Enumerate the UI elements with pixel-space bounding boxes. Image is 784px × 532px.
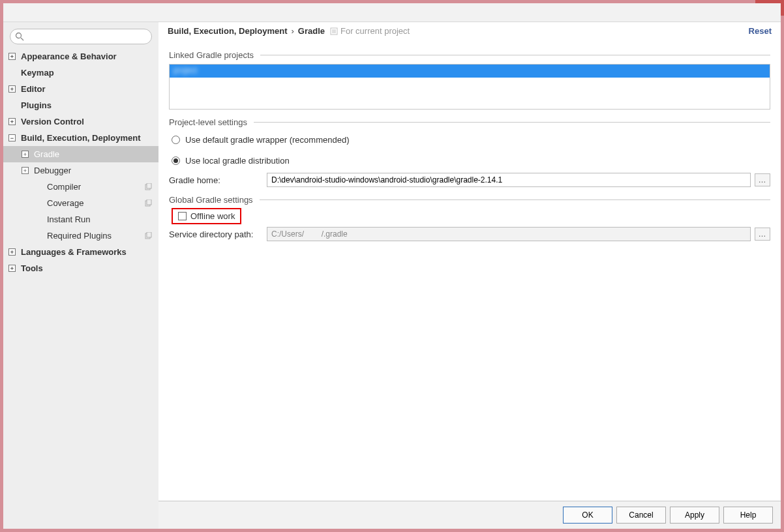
collapse-icon[interactable]: − xyxy=(8,134,16,141)
linked-projects-list[interactable]: project xyxy=(169,64,770,110)
settings-window: Settings +Appe xyxy=(0,0,784,532)
spacer xyxy=(35,216,42,223)
use-default-wrapper-radio[interactable]: Use default gradle wrapper (recommended) xyxy=(172,131,770,148)
settings-main: Build, Execution, Deployment › Gradle Fo… xyxy=(158,22,781,529)
tree-item-label: Tools xyxy=(21,263,158,273)
expand-icon[interactable]: + xyxy=(8,118,16,125)
tree-item-editor[interactable]: +Editor xyxy=(3,81,158,97)
project-level-label: Project-level settings xyxy=(169,117,247,127)
gradle-home-input[interactable] xyxy=(267,173,751,187)
scope-hint: For current project xyxy=(340,26,410,36)
expand-icon[interactable]: + xyxy=(8,265,16,272)
tree-item-instant-run[interactable]: Instant Run xyxy=(3,211,158,228)
help-button[interactable]: Help xyxy=(723,507,773,524)
browse-button[interactable]: … xyxy=(755,173,770,186)
svg-rect-4 xyxy=(147,183,151,188)
breadcrumb-current: Gradle xyxy=(298,26,325,36)
browse-button[interactable]: … xyxy=(755,228,770,241)
gradle-home-label: Gradle home: xyxy=(169,175,267,185)
project-scope-icon xyxy=(144,200,152,207)
service-dir-input[interactable] xyxy=(267,227,751,241)
expand-icon[interactable]: + xyxy=(8,248,16,256)
chevron-right-icon: › xyxy=(291,26,294,36)
tree-item-label: Gradle xyxy=(34,149,158,159)
svg-rect-6 xyxy=(147,200,151,205)
offline-work-label: Offline work xyxy=(190,211,235,221)
tree-item-coverage[interactable]: Coverage xyxy=(3,195,158,211)
tree-item-compiler[interactable]: Compiler xyxy=(3,179,158,195)
spacer xyxy=(8,102,16,109)
svg-point-2 xyxy=(16,33,22,38)
use-local-dist-radio[interactable]: Use local gradle distribution xyxy=(172,152,770,169)
breadcrumb-parent[interactable]: Build, Execution, Deployment xyxy=(168,26,287,36)
breadcrumb: Build, Execution, Deployment › Gradle Fo… xyxy=(158,22,781,38)
radio-icon xyxy=(172,156,180,165)
tree-item-label: Appearance & Behavior xyxy=(21,52,158,61)
tree-item-appearance-behavior[interactable]: +Appearance & Behavior xyxy=(3,48,158,65)
tree-item-label: Compiler xyxy=(47,182,144,192)
tree-item-keymap[interactable]: Keymap xyxy=(3,65,158,81)
apply-button[interactable]: Apply xyxy=(670,507,719,524)
project-scope-icon xyxy=(144,183,152,191)
tree-item-label: Instant Run xyxy=(47,214,158,224)
svg-rect-8 xyxy=(147,232,151,237)
expand-icon[interactable]: + xyxy=(8,53,16,60)
expand-icon[interactable]: + xyxy=(22,151,29,158)
offline-work-checkbox[interactable] xyxy=(178,212,187,220)
linked-project-item[interactable]: project xyxy=(170,65,770,78)
offline-work-highlight: Offline work xyxy=(172,208,241,224)
spacer xyxy=(35,200,42,207)
tree-item-languages-frameworks[interactable]: +Languages & Frameworks xyxy=(3,244,158,260)
search-icon xyxy=(15,32,24,41)
global-settings-label: Global Gradle settings xyxy=(169,195,253,205)
tree-item-version-control[interactable]: +Version Control xyxy=(3,113,158,130)
tree-item-label: Languages & Frameworks xyxy=(21,247,158,257)
spacer xyxy=(35,183,42,190)
tree-item-label: Coverage xyxy=(47,198,144,208)
tree-item-label: Required Plugins xyxy=(47,231,144,241)
settings-tree: +Appearance & BehaviorKeymap+EditorPlugi… xyxy=(3,22,158,529)
tree-item-required-plugins[interactable]: Required Plugins xyxy=(3,228,158,244)
project-scope-icon xyxy=(144,232,152,240)
tree-item-debugger[interactable]: +Debugger xyxy=(3,162,158,179)
radio-label: Use local gradle distribution xyxy=(185,156,290,166)
cancel-button[interactable]: Cancel xyxy=(616,507,666,524)
linked-projects-label: Linked Gradle projects xyxy=(169,50,254,60)
tree-item-label: Build, Execution, Deployment xyxy=(21,133,158,143)
tree-item-label: Editor xyxy=(21,84,158,94)
tree-item-label: Keymap xyxy=(21,68,158,78)
dialog-footer: OK Cancel Apply Help xyxy=(158,501,781,529)
search-input[interactable] xyxy=(10,29,152,44)
tree-item-label: Version Control xyxy=(21,117,158,126)
tree-item-gradle[interactable]: +Gradle xyxy=(3,146,158,162)
tree-item-build-execution-deployment[interactable]: −Build, Execution, Deployment xyxy=(3,130,158,146)
service-dir-label: Service directory path: xyxy=(169,229,267,239)
tree-item-tools[interactable]: +Tools xyxy=(3,260,158,276)
reset-link[interactable]: Reset xyxy=(749,26,772,36)
radio-icon xyxy=(172,136,180,144)
expand-icon[interactable]: + xyxy=(8,85,16,93)
tree-item-plugins[interactable]: Plugins xyxy=(3,97,158,113)
tree-item-label: Plugins xyxy=(21,100,158,110)
expand-icon[interactable]: + xyxy=(22,167,29,174)
radio-label: Use default gradle wrapper (recommended) xyxy=(185,135,349,145)
project-scope-icon xyxy=(330,27,338,35)
tree-item-label: Debugger xyxy=(34,166,158,175)
ok-button[interactable]: OK xyxy=(563,507,612,524)
spacer xyxy=(8,69,16,76)
svg-rect-10 xyxy=(332,29,336,33)
spacer xyxy=(35,232,42,239)
